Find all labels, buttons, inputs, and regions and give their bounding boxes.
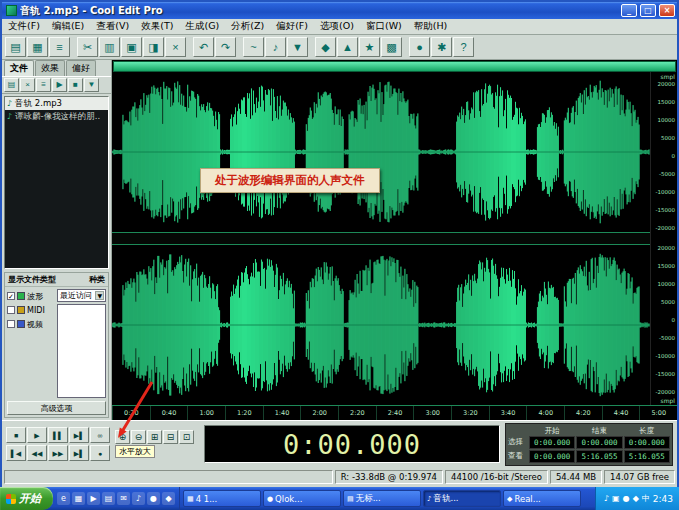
input-method-icon[interactable]: 中 [642,493,650,504]
amplify-icon[interactable]: ◆ [315,37,336,57]
save-file-icon[interactable]: ▦ [27,37,48,57]
play-button[interactable]: ▶ [27,427,47,443]
taskbar-task[interactable]: ◆Real... [503,490,581,507]
record-mode-icon[interactable]: ● [409,37,430,57]
play-to-end-button[interactable]: ▶▌ [69,427,89,443]
menu-generate[interactable]: 生成(G) [179,20,225,33]
checkbox-icon[interactable]: ✓ [7,292,15,300]
redo-icon[interactable]: ↷ [215,37,236,57]
fast-forward-button[interactable]: ▶▶ [48,445,68,461]
menu-effects[interactable]: 效果(T) [135,20,179,33]
loop-play-button[interactable]: ∞ [90,427,110,443]
time-ruler[interactable]: 0:200:401:001:201:402:002:202:403:003:20… [112,405,677,420]
copy-icon[interactable]: ▥ [99,37,120,57]
filetype-label: 视频 [27,319,43,330]
zoom-selection-button[interactable]: ⊟ [163,430,178,444]
pause-button[interactable]: ▌▌ [48,427,68,443]
file-list-item[interactable]: ♪谭咏麟-像我这样的朋.. [5,110,108,123]
ruler-label: 20000 [658,246,676,252]
stop-file-icon[interactable]: ■ [68,78,83,92]
tab-effects[interactable]: 效果 [35,60,65,76]
go-to-end-button[interactable]: ▶▌ [69,445,89,461]
taskbar-task[interactable]: ▦4 1... [183,490,261,507]
advanced-options-button[interactable]: 高级选项 [7,401,106,415]
menu-analyze[interactable]: 分析(Z) [225,20,270,33]
settings-icon[interactable]: ✱ [431,37,452,57]
zero-crossing-icon[interactable]: ~ [243,37,264,57]
spectral-view-icon[interactable]: ▩ [381,37,402,57]
filetype-option[interactable]: 视频 [7,317,55,331]
undo-icon[interactable]: ↶ [193,37,214,57]
paste-icon[interactable]: ▣ [121,37,142,57]
stop-button[interactable]: ■ [6,427,26,443]
import-file-icon[interactable]: ▤ [4,78,19,92]
mix-paste-icon[interactable]: ◨ [143,37,164,57]
menu-options[interactable]: 选项(O) [314,20,360,33]
go-to-start-button[interactable]: ▌◀ [6,445,26,461]
cue-list-icon[interactable]: ♪ [265,37,286,57]
filetype-listbox[interactable] [57,304,106,398]
show-desktop-icon[interactable]: ▦ [72,492,85,505]
menu-help[interactable]: 帮助(H) [408,20,454,33]
waveform-display[interactable]: 处于波形编辑界面的人声文件 [112,72,650,405]
view-toggle-icon[interactable]: ≡ [49,37,70,57]
delete-icon[interactable]: × [165,37,186,57]
record-button[interactable]: ● [90,445,110,461]
minimize-button[interactable]: _ [621,4,637,17]
panel-options-icon[interactable]: ▼ [84,78,99,92]
sort-dropdown[interactable]: 最近访问 ▼ [57,289,106,302]
insert-multitrack-icon[interactable]: ≡ [36,78,51,92]
file-list-item[interactable]: ♪音轨 2.mp3 [5,97,108,110]
volume-icon[interactable]: ♪ [604,494,609,503]
taskbar-task[interactable]: ●Qlok... [263,490,341,507]
normalize-icon[interactable]: ▲ [337,37,358,57]
rewind-button[interactable]: ◀◀ [27,445,47,461]
open-files-list[interactable]: ♪音轨 2.mp3♪谭咏麟-像我这样的朋.. [4,96,109,269]
menu-favorites[interactable]: 偏好(F) [270,20,314,33]
checkbox-icon[interactable] [7,306,15,314]
effects-rack-icon[interactable]: ★ [359,37,380,57]
browser-icon[interactable]: e [57,492,70,505]
cut-icon[interactable]: ✂ [77,37,98,57]
menu-window[interactable]: 窗口(W) [360,20,408,33]
waveform-left-channel[interactable] [112,72,650,232]
filetype-option[interactable]: MIDI [7,303,55,317]
open-file-icon[interactable]: ▤ [5,37,26,57]
overview-scroll-bar[interactable] [113,61,676,72]
network-icon[interactable]: ▣ [612,494,620,503]
tool-icon[interactable]: ◆ [162,492,175,505]
maximize-button[interactable]: □ [640,4,656,17]
folder-icon[interactable]: ▤ [102,492,115,505]
zoom-out-button[interactable]: ⊖ [131,430,146,444]
music-icon[interactable]: ♪ [132,492,145,505]
drop-marker-icon[interactable]: ▼ [287,37,308,57]
start-button[interactable]: 开始 [0,487,53,510]
zoom-vertical-button[interactable]: ⊡ [179,430,194,444]
scheduler-icon[interactable]: ◆ [633,494,639,503]
zoom-in-button[interactable]: ⊕ [115,430,130,444]
media-player-icon[interactable]: ▶ [87,492,100,505]
taskbar-task[interactable]: ▤无标... [343,490,421,507]
amplitude-ruler[interactable]: smpl 20000150001000050000-5000-10000-150… [650,72,677,405]
antivirus-icon[interactable]: ● [623,494,630,503]
close-file-icon[interactable]: × [20,78,35,92]
zoom-full-button[interactable]: ⊞ [147,430,162,444]
filetype-color-chip [17,306,25,314]
main-toolbar: ▤▦≡✂▥▣◨×↶↷~♪▼◆▲★▩●✱? [2,35,677,60]
tab-files[interactable]: 文件 [4,60,34,76]
filetype-option[interactable]: ✓波形 [7,289,55,303]
window-titlebar[interactable]: 音轨 2.mp3 - Cool Edit Pro _ □ × [2,2,677,19]
play-file-icon[interactable]: ▶ [52,78,67,92]
chevron-down-icon[interactable]: ▼ [95,291,104,300]
tab-favorites[interactable]: 偏好 [66,60,96,76]
menu-view[interactable]: 查看(V) [90,20,135,33]
messenger-icon[interactable]: ● [147,492,160,505]
help-icon[interactable]: ? [453,37,474,57]
mail-icon[interactable]: ✉ [117,492,130,505]
waveform-right-channel[interactable] [112,245,650,405]
menu-edit[interactable]: 编辑(E) [46,20,90,33]
menu-file[interactable]: 文件(F) [2,20,46,33]
checkbox-icon[interactable] [7,320,15,328]
close-button[interactable]: × [659,4,675,17]
taskbar-task[interactable]: ♪音轨... [423,490,501,507]
